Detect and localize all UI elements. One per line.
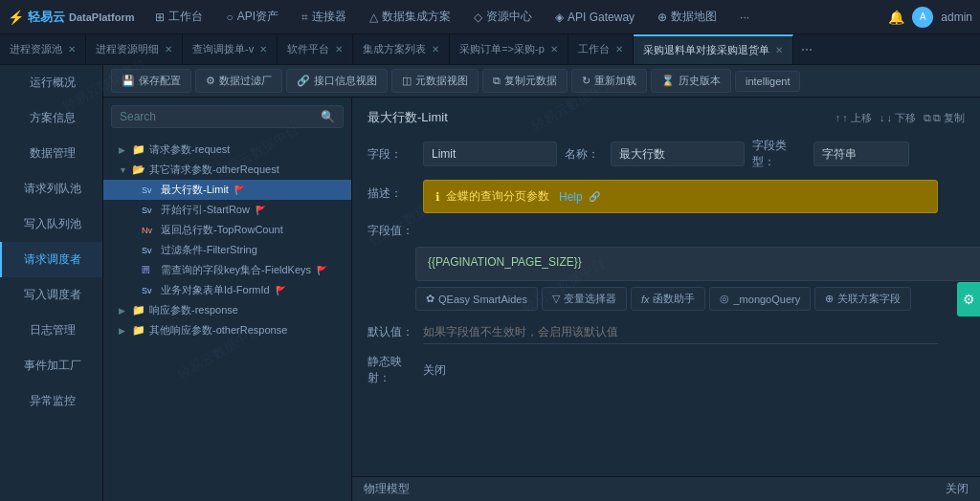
mongo-icon: ◎	[720, 293, 729, 305]
main-layout: 运行概况 方案信息 数据管理 请求列队池 写入队列池 请求调度者 写入调度者 日…	[0, 65, 980, 501]
sidebar-item-data-mgmt[interactable]: 数据管理	[0, 136, 102, 171]
tab-process-detail[interactable]: 进程资源明细 ✕	[86, 34, 183, 65]
save-config-button[interactable]: 💾 保存配置	[111, 69, 191, 93]
static-mapping-row: 静态映射： 关闭	[368, 354, 965, 386]
sidebar-item-request-queue[interactable]: 请求列队池	[0, 171, 102, 207]
down-icon: ↓	[880, 112, 885, 123]
sidebar-item-plan-info[interactable]: 方案信息	[0, 100, 102, 136]
tab-close[interactable]: ✕	[615, 44, 623, 54]
function-helper-button[interactable]: fx 函数助手	[631, 287, 706, 311]
tab-bar: 进程资源池 ✕ 进程资源明细 ✕ 查询调拨单-v ✕ 软件平台 ✕ 集成方案列表…	[0, 34, 980, 65]
tree-item-other-response[interactable]: ▶ 📁 其他响应参数-otherResponse	[103, 320, 351, 340]
tab-close[interactable]: ✕	[68, 44, 76, 54]
tab-close[interactable]: ✕	[259, 44, 267, 54]
sidebar-item-log-mgmt[interactable]: 日志管理	[0, 313, 102, 348]
tree-item-startrow[interactable]: Sv 开始行引-StartRow 🚩	[103, 200, 351, 220]
notification-bell[interactable]: 🔔	[888, 10, 904, 25]
sidebar-item-request-dispatcher[interactable]: 请求调度者	[0, 242, 102, 277]
variable-selector-button[interactable]: ▽ 变量选择器	[542, 287, 627, 311]
mongo-query-button[interactable]: ◎ _mongoQuery	[709, 287, 811, 311]
type-badge-arr: 囲	[142, 264, 157, 276]
history-button[interactable]: ⌛ 历史版本	[651, 69, 731, 93]
tab-close[interactable]: ✕	[335, 44, 343, 54]
reload-button[interactable]: ↻ 重新加载	[571, 69, 647, 93]
tree-item-filterstring[interactable]: Sv 过滤条件-FilterString	[103, 240, 351, 260]
tab-close[interactable]: ✕	[775, 45, 783, 55]
tree-arrow: ▶	[119, 326, 128, 336]
sidebar-item-exception-monitor[interactable]: 异常监控	[0, 383, 102, 419]
admin-label: admin	[941, 11, 972, 24]
tab-process-pool[interactable]: 进程资源池 ✕	[0, 34, 86, 65]
gear-icon: ⚙	[963, 292, 975, 307]
tab-workspace[interactable]: 工作台 ✕	[568, 34, 634, 65]
nav-more[interactable]: ···	[730, 7, 759, 28]
interface-info-button[interactable]: 🔗 接口信息视图	[286, 69, 388, 93]
tab-purchase-order[interactable]: 采购订单=>采购-p ✕	[450, 34, 568, 65]
avatar[interactable]: A	[912, 7, 933, 28]
smartaides-icon: ✿	[426, 293, 434, 305]
desc-label: 描述：	[368, 180, 415, 202]
nav-data-map[interactable]: ⊕ 数据地图	[648, 5, 726, 29]
tab-query-transfer[interactable]: 查询调拨单-v ✕	[183, 34, 278, 65]
search-input-wrap[interactable]: 🔍	[111, 105, 344, 128]
tab-overflow-btn[interactable]: ⋯	[793, 43, 820, 56]
bottom-close-button[interactable]: 关闭	[946, 481, 969, 497]
sidebar-item-event-factory[interactable]: 事件加工厂	[0, 348, 102, 383]
copy-icon: ⧉	[924, 112, 931, 124]
default-value-input[interactable]	[423, 320, 938, 344]
tab-purchase-return[interactable]: 采购退料单对接采购退货单 ✕	[634, 34, 793, 65]
type-label: 字段类型：	[752, 138, 806, 170]
sidebar-item-write-queue[interactable]: 写入队列池	[0, 207, 102, 242]
tree-item-request-params[interactable]: ▶ 📁 请求参数-request	[103, 140, 351, 160]
sidebar-item-write-dispatcher[interactable]: 写入调度者	[0, 277, 102, 313]
tab-close[interactable]: ✕	[432, 44, 439, 54]
nav-workspace[interactable]: ⊞ 工作台	[145, 5, 212, 29]
nav-api-assets[interactable]: ○ API资产	[216, 5, 288, 29]
type-select[interactable]: 字符串	[813, 142, 909, 166]
sidebar-item-overview[interactable]: 运行概况	[0, 65, 102, 100]
desc-help-link[interactable]: Help	[559, 190, 583, 204]
related-field-button[interactable]: ⊕ 关联方案字段	[814, 287, 911, 311]
desc-row: 描述： ℹ 金蝶的查询分页参数 Help 🔗	[368, 180, 965, 213]
qeasy-smartaides-button[interactable]: ✿ QEasy SmartAides	[415, 287, 538, 311]
nav-right: 🔔 A admin	[888, 7, 972, 28]
nav-api-gateway[interactable]: ◈ API Gateway	[546, 7, 644, 28]
data-filter-button[interactable]: ⚙ 数据过滤厂	[195, 69, 282, 93]
nav-data-integration[interactable]: △ 数据集成方案	[360, 5, 460, 29]
type-badge-str: Sv	[142, 185, 157, 195]
tree-item-response[interactable]: ▶ 📁 响应参数-response	[103, 300, 351, 320]
name-label: 名称：	[565, 146, 603, 163]
name-input[interactable]	[611, 142, 745, 166]
required-flag: 🚩	[234, 185, 245, 195]
settings-gear-button[interactable]: ⚙	[957, 282, 980, 316]
copy-metadata-button[interactable]: ⧉ 复制元数据	[482, 69, 568, 93]
top-navigation: ⚡ 轻易云 DataPlatform ⊞ 工作台 ○ API资产 ⌗ 连接器 △…	[0, 0, 980, 34]
tree-item-formid[interactable]: Sv 业务对象表单Id-FormId 🚩	[103, 280, 351, 300]
tab-close[interactable]: ✕	[550, 44, 558, 54]
tree-item-other-request[interactable]: ▼ 📂 其它请求参数-otherRequest	[103, 160, 351, 180]
required-flag: 🚩	[256, 206, 266, 215]
search-icon: 🔍	[321, 110, 335, 123]
intelligent-button[interactable]: intelligent	[735, 71, 800, 92]
folder-icon: 📁	[132, 324, 145, 337]
value-box[interactable]: {{PAGINATION_PAGE_SIZE}}	[415, 247, 980, 281]
tree-item-toprowcount[interactable]: Nv 返回总行数-TopRowCount	[103, 220, 351, 240]
nav-resource-center[interactable]: ◇ 资源中心	[464, 5, 542, 29]
move-down-button[interactable]: ↓ ↓ 下移	[880, 111, 916, 125]
app-logo[interactable]: ⚡ 轻易云 DataPlatform	[8, 9, 134, 26]
tab-software-platform[interactable]: 软件平台 ✕	[278, 34, 353, 65]
metadata-view-button[interactable]: ◫ 元数据视图	[391, 69, 479, 93]
tab-integration-list[interactable]: 集成方案列表 ✕	[353, 34, 450, 65]
tree-item-limit[interactable]: Sv 最大行数-Limit 🚩	[103, 180, 351, 200]
tree-item-fieldkeys[interactable]: 囲 需查询的字段key集合-FieldKeys 🚩	[103, 260, 351, 280]
move-up-button[interactable]: ↑ ↑ 上移	[835, 111, 872, 125]
panel-actions: ↑ ↑ 上移 ↓ ↓ 下移 ⧉ ⧉ 复制	[835, 111, 965, 125]
link-icon: ⊕	[825, 293, 834, 305]
nav-connector[interactable]: ⌗ 连接器	[292, 5, 356, 29]
tab-close[interactable]: ✕	[165, 44, 172, 54]
desc-box: ℹ 金蝶的查询分页参数 Help 🔗	[423, 180, 938, 213]
tree-arrow: ▼	[119, 165, 128, 175]
copy-field-button[interactable]: ⧉ ⧉ 复制	[924, 111, 965, 125]
search-input[interactable]	[120, 110, 321, 123]
field-input[interactable]	[423, 142, 557, 166]
